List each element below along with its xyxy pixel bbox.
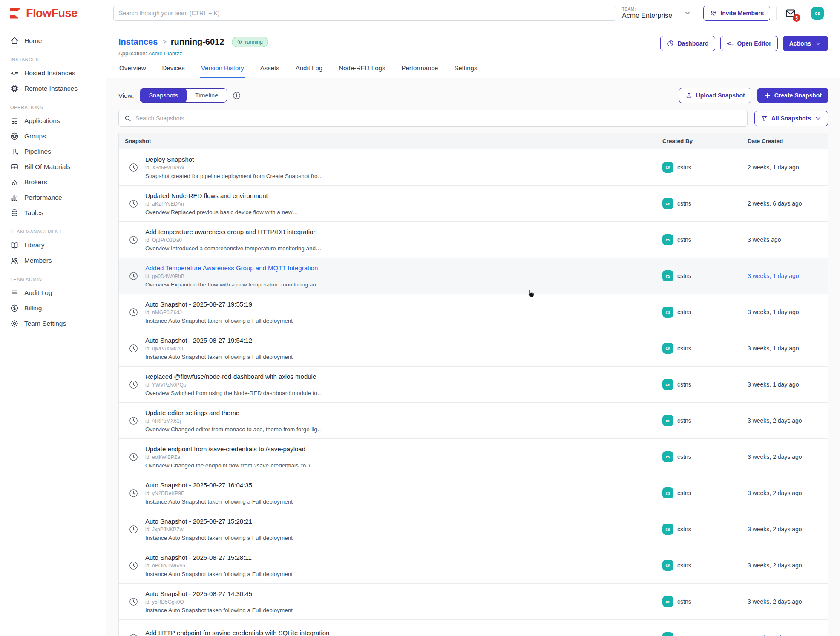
nodes-icon: [10, 69, 19, 77]
flowfuse-logo[interactable]: FlowFuse: [0, 7, 106, 20]
table-row[interactable]: Auto Snapshot - 2025-08-27 14:30:45 id: …: [119, 584, 828, 620]
snapshot-description: Instance Auto Snapshot taken following a…: [145, 354, 293, 360]
application-label: Application:: [118, 50, 147, 57]
date-created-cell: 3 weeks, 1 day ago: [748, 309, 828, 315]
snapshot-id: id: yN2DReKP9E: [145, 490, 293, 496]
author-avatar: cs: [662, 596, 673, 607]
team-search[interactable]: [113, 6, 616, 21]
tab-version-history[interactable]: Version History: [200, 63, 245, 78]
tab-audit-log[interactable]: Audit Log: [295, 63, 323, 78]
snapshot-filter-dropdown[interactable]: All Snapshots: [754, 111, 828, 126]
user-avatar[interactable]: cs: [811, 7, 824, 20]
table-row[interactable]: Updated Node-RED flows and environment i…: [119, 186, 828, 222]
divider: [805, 7, 805, 20]
clock-icon: [129, 271, 138, 281]
snapshot-title: Added Temperature Awareness Group and MQ…: [145, 264, 322, 272]
table-row[interactable]: Auto Snapshot - 2025-08-27 16:04:35 id: …: [119, 475, 828, 511]
header-actions: Dashboard Open Editor Actions: [660, 36, 828, 51]
instance-tabs: Overview Devices Version History Assets …: [118, 63, 828, 78]
sidebar-item-billing[interactable]: Billing: [0, 301, 106, 316]
tab-overview[interactable]: Overview: [118, 63, 147, 78]
team-search-input[interactable]: [113, 6, 616, 21]
clock-icon: [129, 344, 138, 353]
author-name: cstns: [677, 236, 691, 243]
open-editor-button[interactable]: Open Editor: [720, 36, 778, 51]
create-snapshot-button[interactable]: Create Snapshot: [757, 88, 828, 103]
team-selector[interactable]: TEAM: Acme Enterprise: [622, 7, 691, 20]
tab-label: Settings: [454, 64, 477, 72]
sidebar-item-brokers[interactable]: Brokers: [0, 175, 106, 190]
tab-settings[interactable]: Settings: [453, 63, 478, 78]
date-created-cell: 3 weeks, 2 days ago: [748, 562, 828, 569]
tab-node-red-logs[interactable]: Node-RED Logs: [338, 63, 386, 78]
sidebar-item-remote-instances[interactable]: Remote Instances: [0, 81, 106, 96]
table-row[interactable]: Auto Snapshot - 2025-08-27 15:28:11 id: …: [119, 547, 828, 584]
snapshot-title: Add temperature awareness group and HTTP…: [145, 228, 321, 235]
actions-button[interactable]: Actions: [783, 36, 828, 51]
circle-dot-icon: [237, 39, 242, 45]
sidebar-item-label: Applications: [24, 117, 60, 125]
table-row[interactable]: Deploy Snapshot id: X3o6Bw1k9W Snapshot …: [119, 149, 828, 186]
sidebar-item-performance[interactable]: Performance: [0, 190, 106, 205]
date-created-cell: 3 weeks, 2 days ago: [748, 490, 828, 496]
upload-snapshot-button[interactable]: Upload Snapshot: [679, 88, 751, 103]
snapshot-title: Add HTTP endpoint for saving credentials…: [145, 629, 329, 636]
dashboard-label: Dashboard: [677, 40, 708, 47]
author-avatar: cs: [662, 379, 673, 390]
date-created-cell: 3 weeks, 2 days ago: [748, 598, 828, 605]
table-row[interactable]: Update editor settings and theme id: AlR…: [119, 403, 828, 439]
clock-icon: [129, 597, 138, 607]
info-icon[interactable]: [232, 91, 241, 100]
snapshot-title: Updated Node-RED flows and environment: [145, 192, 298, 199]
tab-performance[interactable]: Performance: [400, 63, 439, 78]
person-plus-icon: [710, 10, 717, 17]
table-row[interactable]: Add temperature awareness group and HTTP…: [119, 222, 828, 258]
sidebar-item-pipelines[interactable]: Pipelines: [0, 144, 106, 159]
table-row[interactable]: Auto Snapshot - 2025-08-27 15:28:21 id: …: [119, 511, 828, 547]
tab-label: Overview: [119, 64, 146, 72]
date-created-cell: 3 weeks, 2 days ago: [748, 453, 828, 460]
application-link[interactable]: Acme Plantzz: [148, 50, 182, 57]
snapshot-search-input[interactable]: [135, 115, 742, 122]
tab-label: Devices: [162, 64, 185, 72]
team-label: TEAM:: [622, 7, 672, 11]
clock-icon: [129, 561, 138, 570]
sidebar-item-groups[interactable]: Groups: [0, 129, 106, 144]
dashboard-button[interactable]: Dashboard: [660, 36, 715, 51]
sidebar-item-library[interactable]: Library: [0, 238, 106, 253]
sidebar-item-label: Library: [24, 241, 44, 249]
snapshot-cell: Auto Snapshot - 2025-08-27 15:28:21 id: …: [119, 518, 662, 541]
table-row[interactable]: Added Temperature Awareness Group and MQ…: [119, 258, 828, 294]
snapshot-search[interactable]: [118, 110, 748, 127]
snapshot-cell: Replaced @flowfuse/node-red-dashboard wi…: [119, 373, 662, 396]
table-row[interactable]: Add HTTP endpoint for saving credentials…: [119, 620, 828, 636]
table-row[interactable]: Replaced @flowfuse/node-red-dashboard wi…: [119, 367, 828, 403]
view-snapshots-button[interactable]: Snapshots: [140, 89, 187, 102]
sidebar-item-tables[interactable]: Tables: [0, 205, 106, 221]
clock-icon: [129, 199, 138, 209]
table-row[interactable]: Auto Snapshot - 2025-08-27 19:54:12 id: …: [119, 330, 828, 367]
tab-devices[interactable]: Devices: [161, 63, 186, 78]
date-created-cell: 3 weeks, 2 days ago: [748, 417, 828, 424]
view-timeline-button[interactable]: Timeline: [187, 89, 227, 102]
breadcrumb-instances-link[interactable]: Instances: [118, 37, 158, 47]
view-label: View:: [118, 92, 134, 99]
sidebar-item-home[interactable]: Home: [0, 33, 106, 49]
view-segmented-control: Snapshots Timeline: [140, 88, 227, 103]
sidebar-item-bill-of-materials[interactable]: Bill Of Materials: [0, 159, 106, 175]
table-row[interactable]: Auto Snapshot - 2025-08-27 19:55:19 id: …: [119, 294, 828, 330]
table-row[interactable]: Update endpoint from /save-credentials t…: [119, 439, 828, 475]
sidebar-item-team-settings[interactable]: Team Settings: [0, 316, 106, 331]
sidebar-item-audit-log[interactable]: Audit Log: [0, 285, 106, 301]
sidebar-item-members[interactable]: Members: [0, 253, 106, 268]
snapshot-cell: Added Temperature Awareness Group and MQ…: [119, 264, 662, 288]
chevron-down-icon: [814, 40, 822, 47]
snapshot-id: id: eojkWlBPZa: [145, 454, 316, 460]
sidebar-item-label: Performance: [24, 194, 62, 201]
tab-assets[interactable]: Assets: [259, 63, 280, 78]
sidebar-item-hosted-instances[interactable]: Hosted Instances: [0, 66, 106, 81]
sidebar-item-applications[interactable]: Applications: [0, 113, 106, 129]
invite-members-button[interactable]: Invite Members: [703, 6, 770, 21]
author-avatar: cs: [662, 451, 673, 462]
notifications-button[interactable]: 5: [785, 8, 796, 19]
